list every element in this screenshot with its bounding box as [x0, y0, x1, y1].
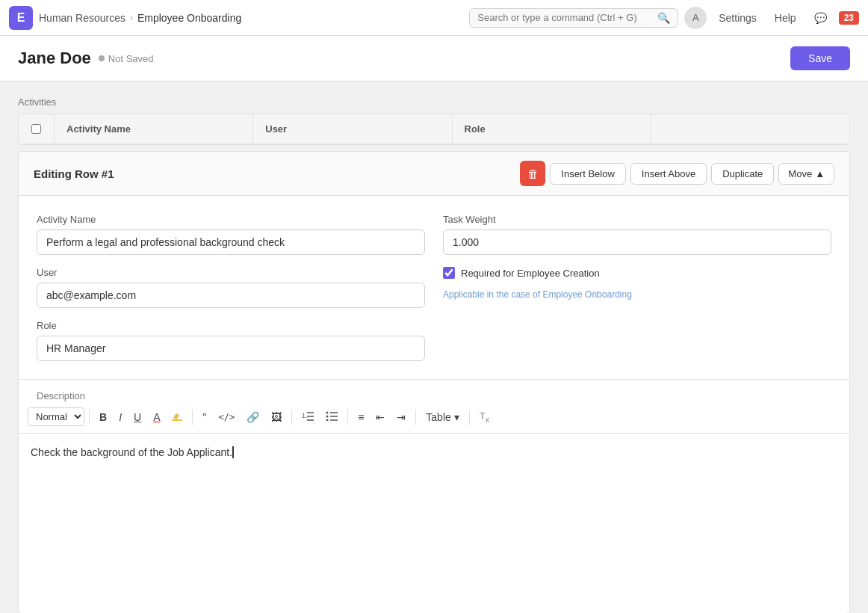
image-button[interactable]: 🖼: [266, 408, 287, 426]
clear-format-button[interactable]: Tx: [474, 407, 495, 427]
indent-increase-button[interactable]: ⇥: [391, 408, 411, 426]
breadcrumb-hr[interactable]: Human Resources: [39, 12, 125, 24]
app-icon: E: [9, 6, 33, 30]
toolbar-sep-2: [192, 410, 193, 425]
font-color-button[interactable]: A: [148, 408, 165, 426]
role-input[interactable]: [37, 336, 425, 361]
user-input[interactable]: [37, 283, 425, 308]
svg-point-6: [326, 416, 329, 418]
search-input[interactable]: [477, 12, 653, 23]
status-text: Not Saved: [108, 53, 154, 64]
indent-decrease-button[interactable]: ⇤: [371, 408, 390, 426]
col-activity-name: Activity Name: [55, 114, 253, 144]
edit-panel: Editing Row #1 🗑 Insert Below Insert Abo…: [18, 151, 850, 613]
breadcrumb-sep-1: ›: [130, 13, 133, 23]
text-style-select[interactable]: Normal: [28, 407, 84, 426]
activity-name-label: Activity Name: [37, 214, 425, 225]
select-all-checkbox[interactable]: [31, 124, 41, 134]
edit-panel-title: Editing Row #1: [34, 167, 114, 180]
main-content: Activities Activity Name User Role Editi…: [0, 81, 868, 613]
task-weight-label: Task Weight: [443, 214, 831, 225]
align-button[interactable]: ≡: [353, 408, 369, 426]
chat-icon[interactable]: 💬: [808, 9, 833, 27]
activity-name-input[interactable]: [37, 230, 425, 255]
fields-right: Task Weight Required for Employee Creati…: [443, 214, 831, 361]
svg-text:1.: 1.: [302, 412, 308, 419]
toolbar-sep-6: [469, 410, 470, 425]
code-button[interactable]: </>: [213, 409, 240, 425]
task-weight-field: Task Weight: [443, 214, 831, 255]
description-section: Description Normal B I U A " </> 🔗 🖼: [19, 379, 849, 613]
insert-above-button[interactable]: Insert Above: [630, 163, 707, 185]
italic-button[interactable]: I: [114, 408, 127, 426]
move-button[interactable]: Move ▲: [778, 163, 834, 185]
table-header: Activity Name User Role: [19, 114, 849, 144]
editor-toolbar: Normal B I U A " </> 🔗 🖼 1.: [19, 401, 849, 434]
bullet-list-icon: [326, 410, 338, 421]
save-button[interactable]: Save: [790, 46, 850, 70]
required-label: Required for Employee Creation: [461, 268, 600, 279]
hint-text: Applicable in the case of Employee Onboa…: [443, 289, 831, 300]
toolbar-sep-3: [291, 410, 292, 425]
table-button[interactable]: Table ▾: [421, 408, 464, 426]
col-role: Role: [453, 114, 651, 144]
page-title: Jane Doe: [18, 49, 91, 68]
status-dot: [99, 55, 105, 61]
ordered-list-icon: 1.: [302, 410, 314, 421]
highlight-button[interactable]: [167, 407, 187, 426]
breadcrumb: Human Resources › Employee Onboarding: [39, 12, 241, 24]
svg-point-5: [326, 412, 329, 414]
blockquote-button[interactable]: ": [197, 408, 211, 426]
search-icon: 🔍: [657, 12, 670, 24]
toolbar-sep-4: [347, 410, 348, 425]
not-saved-badge: Not Saved: [99, 53, 154, 64]
bold-button[interactable]: B: [94, 408, 112, 426]
fields-row: Activity Name User Role Task Wei: [37, 214, 831, 361]
underline-button[interactable]: U: [128, 408, 146, 426]
move-label: Move: [788, 168, 812, 179]
link-button[interactable]: 🔗: [241, 408, 264, 426]
delete-row-button[interactable]: 🗑: [520, 161, 545, 186]
task-weight-input[interactable]: [443, 230, 831, 255]
highlight-icon: [172, 410, 182, 421]
search-bar[interactable]: 🔍: [469, 8, 678, 28]
user-field: User: [37, 267, 425, 308]
editor-text: Check the background of the Job Applican…: [31, 446, 232, 458]
page-title-area: Jane Doe Not Saved: [18, 49, 154, 68]
bullet-list-button[interactable]: [320, 407, 343, 426]
required-checkbox-row: Required for Employee Creation: [443, 267, 831, 279]
col-actions: [651, 114, 849, 144]
activity-name-field: Activity Name: [37, 214, 425, 255]
description-label: Description: [19, 380, 849, 401]
notification-badge[interactable]: 23: [839, 11, 859, 25]
checkbox-header[interactable]: [19, 114, 55, 144]
ordered-list-button[interactable]: 1.: [297, 407, 319, 426]
svg-point-7: [326, 419, 329, 422]
edit-panel-header: Editing Row #1 🗑 Insert Below Insert Abo…: [19, 152, 849, 196]
text-cursor: [232, 446, 234, 458]
settings-button[interactable]: Settings: [713, 9, 763, 27]
user-label: User: [37, 267, 425, 278]
toolbar-sep-1: [89, 410, 90, 425]
help-button[interactable]: Help: [769, 9, 802, 27]
required-checkbox[interactable]: [443, 267, 455, 279]
activities-table: Activity Name User Role: [18, 114, 850, 145]
fields-left: Activity Name User Role: [37, 214, 425, 361]
edit-panel-actions: 🗑 Insert Below Insert Above Duplicate Mo…: [520, 161, 834, 186]
insert-below-button[interactable]: Insert Below: [550, 163, 626, 185]
avatar: A: [684, 7, 707, 29]
duplicate-button[interactable]: Duplicate: [711, 163, 774, 185]
editor-content[interactable]: Check the background of the Job Applican…: [19, 434, 849, 613]
breadcrumb-onboarding[interactable]: Employee Onboarding: [137, 12, 241, 24]
edit-panel-body: Activity Name User Role Task Wei: [19, 196, 849, 379]
col-user: User: [253, 114, 452, 144]
top-navigation: E Human Resources › Employee Onboarding …: [0, 0, 868, 36]
role-field: Role: [37, 320, 425, 361]
table-label: Table: [426, 411, 450, 423]
page-header: Jane Doe Not Saved Save: [0, 36, 868, 81]
activities-section-label: Activities: [18, 96, 850, 108]
chevron-up-icon: ▲: [815, 168, 825, 179]
toolbar-sep-5: [415, 410, 416, 425]
role-label: Role: [37, 320, 425, 331]
